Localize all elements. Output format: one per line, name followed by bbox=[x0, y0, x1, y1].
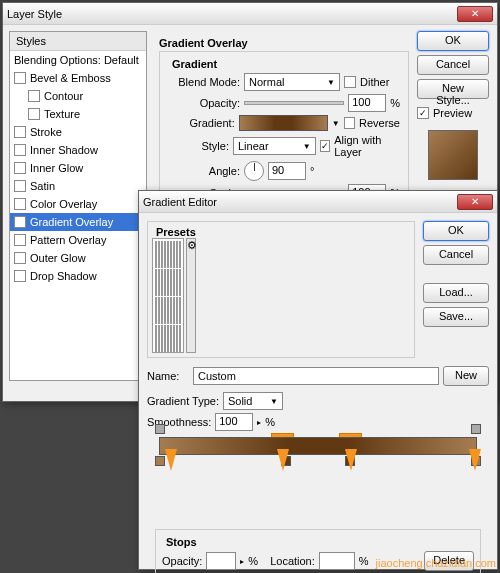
align-checkbox[interactable]: ✓ bbox=[320, 140, 330, 152]
preset-swatch[interactable] bbox=[173, 269, 175, 296]
stop-location-input[interactable] bbox=[319, 552, 355, 570]
save-button[interactable]: Save... bbox=[423, 307, 489, 327]
smoothness-input[interactable]: 100 bbox=[215, 413, 253, 431]
preset-swatch[interactable] bbox=[173, 241, 175, 268]
new-button[interactable]: New bbox=[443, 366, 489, 386]
style-checkbox[interactable] bbox=[14, 144, 26, 156]
style-item-inner-glow[interactable]: Inner Glow bbox=[10, 159, 146, 177]
angle-dial[interactable] bbox=[244, 161, 264, 181]
close-icon[interactable]: ✕ bbox=[457, 6, 493, 22]
preset-swatch[interactable] bbox=[176, 325, 178, 352]
preset-swatch[interactable] bbox=[173, 297, 175, 324]
preset-swatch[interactable] bbox=[161, 269, 163, 296]
cancel-button[interactable]: Cancel bbox=[417, 55, 489, 75]
new-style-button[interactable]: New Style... bbox=[417, 79, 489, 99]
style-checkbox[interactable] bbox=[14, 72, 26, 84]
style-checkbox[interactable] bbox=[14, 252, 26, 264]
gradient-track[interactable] bbox=[159, 437, 477, 455]
preset-swatch[interactable] bbox=[170, 241, 172, 268]
styles-header[interactable]: Styles bbox=[10, 32, 146, 51]
preset-swatch[interactable] bbox=[179, 297, 181, 324]
preset-swatch[interactable] bbox=[176, 241, 178, 268]
style-item-gradient-overlay[interactable]: ✓Gradient Overlay bbox=[10, 213, 146, 231]
preset-swatch[interactable] bbox=[164, 297, 166, 324]
gradient-overlay-panel: Gradient Overlay Gradient Blend Mode: No… bbox=[153, 31, 415, 201]
preset-swatch[interactable] bbox=[179, 269, 181, 296]
preset-swatch[interactable] bbox=[158, 297, 160, 324]
preset-swatch[interactable] bbox=[161, 241, 163, 268]
style-item-satin[interactable]: Satin bbox=[10, 177, 146, 195]
layer-style-titlebar[interactable]: Layer Style ✕ bbox=[3, 3, 497, 25]
preset-swatch[interactable] bbox=[167, 269, 169, 296]
opacity-stop[interactable] bbox=[471, 424, 481, 436]
ok-button[interactable]: OK bbox=[423, 221, 489, 241]
blending-options-default[interactable]: Blending Options: Default bbox=[10, 51, 146, 69]
preset-swatch[interactable] bbox=[155, 269, 157, 296]
close-icon[interactable]: ✕ bbox=[457, 194, 493, 210]
preset-swatch[interactable] bbox=[155, 241, 157, 268]
gradient-editor-window: Gradient Editor ✕ Presets ⚙ OK Cancel Lo… bbox=[138, 190, 498, 570]
opacity-input[interactable]: 100 bbox=[348, 94, 386, 112]
style-checkbox[interactable] bbox=[14, 270, 26, 282]
reverse-checkbox[interactable] bbox=[344, 117, 355, 129]
preset-swatch[interactable] bbox=[176, 297, 178, 324]
preset-swatch[interactable] bbox=[158, 325, 160, 352]
style-item-bevel-emboss[interactable]: Bevel & Emboss bbox=[10, 69, 146, 87]
style-item-drop-shadow[interactable]: Drop Shadow bbox=[10, 267, 146, 285]
blend-mode-dropdown[interactable]: Normal▼ bbox=[244, 73, 340, 91]
style-checkbox[interactable] bbox=[14, 126, 26, 138]
gradient-editor-titlebar[interactable]: Gradient Editor ✕ bbox=[139, 191, 497, 213]
color-stop[interactable] bbox=[155, 456, 165, 468]
preview-checkbox[interactable]: ✓ bbox=[417, 107, 429, 119]
gear-icon[interactable]: ⚙ bbox=[186, 238, 196, 353]
chevron-down-icon[interactable]: ▼ bbox=[332, 119, 340, 128]
cancel-button[interactable]: Cancel bbox=[423, 245, 489, 265]
gradient-type-dropdown[interactable]: Solid▼ bbox=[223, 392, 283, 410]
style-checkbox[interactable] bbox=[14, 162, 26, 174]
dither-checkbox[interactable] bbox=[344, 76, 356, 88]
preset-swatch[interactable] bbox=[161, 297, 163, 324]
preset-swatch[interactable] bbox=[179, 325, 181, 352]
style-item-color-overlay[interactable]: Color Overlay bbox=[10, 195, 146, 213]
chevron-down-icon[interactable]: ▸ bbox=[257, 418, 261, 427]
ok-button[interactable]: OK bbox=[417, 31, 489, 51]
preset-swatch[interactable] bbox=[167, 325, 169, 352]
preset-swatch[interactable] bbox=[179, 241, 181, 268]
preset-swatch[interactable] bbox=[170, 269, 172, 296]
preset-swatch[interactable] bbox=[164, 241, 166, 268]
style-item-texture[interactable]: Texture bbox=[10, 105, 146, 123]
preset-swatch[interactable] bbox=[161, 325, 163, 352]
preset-swatch[interactable] bbox=[158, 269, 160, 296]
stop-opacity-input[interactable] bbox=[206, 552, 236, 570]
gradient-preview[interactable] bbox=[239, 115, 328, 131]
preset-swatch[interactable] bbox=[155, 297, 157, 324]
preset-swatch[interactable] bbox=[170, 297, 172, 324]
preset-swatch[interactable] bbox=[173, 325, 175, 352]
name-input[interactable]: Custom bbox=[193, 367, 439, 385]
style-dropdown[interactable]: Linear▼ bbox=[233, 137, 316, 155]
style-checkbox[interactable] bbox=[28, 108, 40, 120]
preset-swatch[interactable] bbox=[158, 241, 160, 268]
preset-swatch[interactable] bbox=[164, 325, 166, 352]
style-item-outer-glow[interactable]: Outer Glow bbox=[10, 249, 146, 267]
angle-input[interactable]: 90 bbox=[268, 162, 306, 180]
style-checkbox[interactable] bbox=[28, 90, 40, 102]
preset-swatch[interactable] bbox=[155, 325, 157, 352]
style-item-stroke[interactable]: Stroke bbox=[10, 123, 146, 141]
opacity-slider[interactable] bbox=[244, 101, 344, 105]
style-item-contour[interactable]: Contour bbox=[10, 87, 146, 105]
style-checkbox[interactable] bbox=[14, 234, 26, 246]
style-checkbox[interactable] bbox=[14, 180, 26, 192]
style-item-inner-shadow[interactable]: Inner Shadow bbox=[10, 141, 146, 159]
style-checkbox[interactable] bbox=[14, 198, 26, 210]
preset-swatch[interactable] bbox=[164, 269, 166, 296]
preset-swatch[interactable] bbox=[176, 269, 178, 296]
preset-swatch[interactable] bbox=[170, 325, 172, 352]
gradient-label: Gradient: bbox=[168, 117, 235, 129]
style-checkbox[interactable]: ✓ bbox=[14, 216, 26, 228]
opacity-stop[interactable] bbox=[155, 424, 165, 436]
preset-swatch[interactable] bbox=[167, 241, 169, 268]
style-item-pattern-overlay[interactable]: Pattern Overlay bbox=[10, 231, 146, 249]
preset-swatch[interactable] bbox=[167, 297, 169, 324]
load-button[interactable]: Load... bbox=[423, 283, 489, 303]
